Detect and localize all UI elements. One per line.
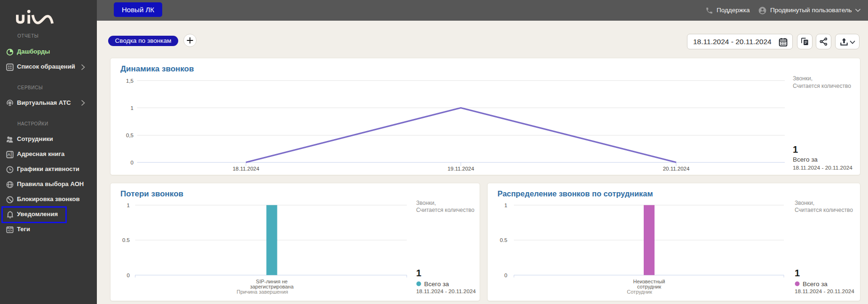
svg-text:19.11.2024: 19.11.2024 [448,166,474,171]
svg-text:Распределение звонков по сотру: Распределение звонков по сотрудникам [497,189,653,198]
svg-text:1: 1 [131,105,134,111]
svg-text:Сотрудник: Сотрудник [627,289,652,295]
svg-text:Потери звонков: Потери звонков [120,189,183,198]
svg-text:Всего за: Всего за [424,281,449,288]
svg-text:0,5: 0,5 [126,133,134,138]
svg-text:1: 1 [793,144,798,155]
svg-text:Считается количество: Считается количество [416,207,474,213]
svg-text:0.5: 0.5 [500,237,507,243]
svg-text:1: 1 [416,268,421,278]
svg-text:Причина завершения: Причина завершения [237,289,288,295]
svg-text:</>: </> [8,229,12,232]
svg-text:A: A [8,152,11,157]
svg-text:Считается количество: Считается количество [795,207,853,213]
svg-text:0: 0 [127,273,130,278]
svg-text:Всего за: Всего за [803,281,828,288]
svg-text:1,5: 1,5 [126,78,134,84]
svg-text:18.11.2024: 18.11.2024 [233,166,260,171]
svg-text:Всего за: Всего за [793,156,818,163]
svg-text:SIP-линия не: SIP-линия не [256,279,287,284]
svg-text:1: 1 [795,268,800,278]
svg-text:Считается количество: Считается количество [793,83,851,89]
svg-text:0: 0 [131,160,134,165]
svg-text:18.11.2024 - 20.11.2024: 18.11.2024 - 20.11.2024 [416,288,476,295]
svg-text:Неизвестный: Неизвестный [633,279,665,284]
svg-text:18.11.2024 - 20.11.2024: 18.11.2024 - 20.11.2024 [795,288,854,295]
svg-text:0: 0 [505,273,507,278]
svg-text:Звонки,: Звонки, [416,200,436,206]
svg-text:0.5: 0.5 [122,237,130,243]
svg-text:Динамика звонков: Динамика звонков [120,64,194,73]
svg-text:Звонки,: Звонки, [793,75,813,82]
svg-text:1: 1 [505,203,507,208]
svg-text:Звонки,: Звонки, [795,200,814,206]
svg-text:20.11.2024: 20.11.2024 [663,166,690,171]
svg-text:1: 1 [127,203,130,208]
svg-text:18.11.2024 - 20.11.2024: 18.11.2024 - 20.11.2024 [793,164,852,171]
